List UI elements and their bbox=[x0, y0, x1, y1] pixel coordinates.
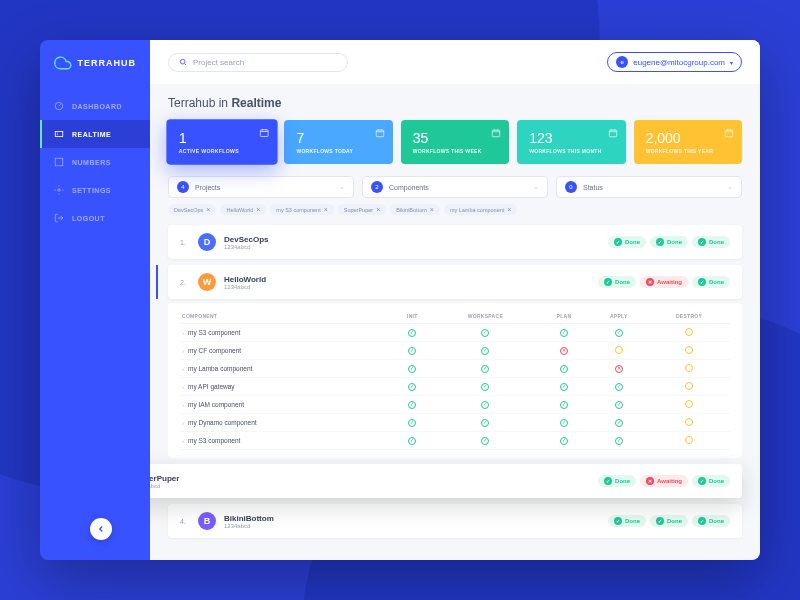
calendar-icon bbox=[375, 128, 385, 138]
status-pill: ✓Done bbox=[608, 515, 646, 527]
status-icon bbox=[408, 329, 416, 337]
table-row[interactable]: ›my Lamba component bbox=[180, 360, 730, 378]
status-icon bbox=[615, 437, 623, 445]
stat-number: 123 bbox=[529, 130, 613, 146]
stat-card[interactable]: 2,000WORKFLOWS THIS YEAR bbox=[634, 120, 742, 164]
sidebar-item-label: DASHBOARD bbox=[72, 103, 122, 110]
component-name: my IAM component bbox=[188, 401, 244, 408]
stat-card[interactable]: 123WORKFLOWS THIS MONTH bbox=[517, 120, 625, 164]
component-name: my API gateway bbox=[188, 383, 235, 390]
chevron-right-icon: › bbox=[182, 438, 184, 444]
table-row[interactable]: ›my CF component bbox=[180, 342, 730, 360]
status-pill: ✓Done bbox=[650, 236, 688, 248]
project-id: 1234abcd bbox=[150, 483, 179, 489]
stat-card[interactable]: 35WORKFLOWS THIS WEEK bbox=[401, 120, 509, 164]
stats-row: 1ACTIVE WORKFLOWS7WORKFLOWS TODAY35WORKF… bbox=[168, 120, 742, 164]
component-table: COMPONENTINITWORKSPACEPLANAPPLYDESTROY›m… bbox=[168, 303, 742, 458]
component-name: my S3 component bbox=[188, 437, 240, 444]
project-list: 1.DDevSecOps1234abcd✓Done✓Done✓Done2.WHe… bbox=[168, 225, 742, 538]
topbar: Project search e eugene@mitocgroup.com ▾ bbox=[150, 40, 760, 84]
chevron-down-icon: ⌄ bbox=[533, 183, 539, 191]
logo: TERRAHUB bbox=[40, 54, 150, 92]
sidebar-item-label: REALTIME bbox=[72, 131, 111, 138]
chevron-right-icon: › bbox=[182, 402, 184, 408]
table-row[interactable]: ›my S3 component bbox=[180, 324, 730, 342]
tags-row: DevSecOpsHelloWorldmy S3 componentSuperP… bbox=[168, 204, 742, 215]
filter-tag[interactable]: my S3 component bbox=[270, 204, 333, 215]
status-icon bbox=[685, 382, 693, 390]
project-id: 1234abcd bbox=[224, 244, 268, 250]
project-row[interactable]: 1.DDevSecOps1234abcd✓Done✓Done✓Done bbox=[168, 225, 742, 259]
page-title: Terrahub in Realtime bbox=[168, 96, 742, 110]
svg-rect-9 bbox=[725, 130, 733, 137]
status-pill: ✓Done bbox=[608, 236, 646, 248]
chevron-down-icon: ⌄ bbox=[727, 183, 733, 191]
project-index: 4. bbox=[180, 518, 190, 525]
filter-tag[interactable]: my Lamba component bbox=[444, 204, 518, 215]
project-name: HelloWorld bbox=[224, 275, 266, 284]
status-pill: ✓Done bbox=[692, 475, 730, 487]
sidebar-item-realtime[interactable]: REALTIME bbox=[40, 120, 150, 148]
filter-tag[interactable]: SuperPuper bbox=[338, 204, 386, 215]
status-icon bbox=[408, 347, 416, 355]
collapse-sidebar-button[interactable] bbox=[90, 518, 112, 540]
logout-icon bbox=[54, 213, 64, 223]
status-icon bbox=[615, 346, 623, 354]
user-email: eugene@mitocgroup.com bbox=[633, 58, 725, 67]
sidebar-item-numbers[interactable]: NUMBERS bbox=[40, 148, 150, 176]
status-icon bbox=[560, 437, 568, 445]
sidebar-item-settings[interactable]: SETTINGS bbox=[40, 176, 150, 204]
filter-dropdown[interactable]: 2Components⌄ bbox=[362, 176, 548, 198]
filter-tag[interactable]: BikiniBottom bbox=[390, 204, 440, 215]
filters-row: 4Projects⌄2Components⌄0Status⌄ bbox=[168, 176, 742, 198]
status-icon bbox=[560, 365, 568, 373]
svg-rect-5 bbox=[261, 130, 269, 137]
project-row[interactable]: 4.BBikiniBottom1234abcd✓Done✓Done✓Done bbox=[168, 504, 742, 538]
table-row[interactable]: ›my Dynamo component bbox=[180, 414, 730, 432]
status-icon bbox=[685, 436, 693, 444]
stat-label: ACTIVE WORKFLOWS bbox=[179, 148, 266, 154]
table-row[interactable]: ›my IAM component bbox=[180, 396, 730, 414]
status-icon bbox=[481, 401, 489, 409]
sidebar-item-dashboard[interactable]: DASHBOARD bbox=[40, 92, 150, 120]
table-header: INIT bbox=[393, 309, 433, 324]
status-icon bbox=[615, 365, 623, 373]
calendar-icon bbox=[491, 128, 501, 138]
project-status-group: ✓Done✓Done✓Done bbox=[608, 236, 730, 248]
app-window: TERRAHUB DASHBOARD REALTIME NUMBERS SETT… bbox=[40, 40, 760, 560]
status-pill: ✓Done bbox=[598, 475, 636, 487]
status-pill: ✓Done bbox=[598, 276, 636, 288]
status-pill: ✓Done bbox=[692, 236, 730, 248]
table-row[interactable]: ›my API gateway bbox=[180, 378, 730, 396]
chevron-right-icon: › bbox=[182, 330, 184, 336]
project-row[interactable]: 3.PSuperPuper1234abcd✓Done✕Awaiting✓Done bbox=[150, 464, 742, 498]
status-icon bbox=[408, 365, 416, 373]
calendar-icon bbox=[259, 128, 269, 138]
svg-point-3 bbox=[58, 189, 61, 192]
filter-dropdown[interactable]: 4Projects⌄ bbox=[168, 176, 354, 198]
table-header: COMPONENT bbox=[180, 309, 393, 324]
sidebar-item-logout[interactable]: LOGOUT bbox=[40, 204, 150, 232]
project-row[interactable]: 2.WHelloWorld1234abcd✓Done✕Awaiting✓Done bbox=[168, 265, 742, 299]
stat-label: WORKFLOWS THIS MONTH bbox=[529, 148, 613, 154]
stat-card[interactable]: 1ACTIVE WORKFLOWS bbox=[166, 119, 278, 164]
user-menu[interactable]: e eugene@mitocgroup.com ▾ bbox=[607, 52, 742, 72]
page-title-bold: Realtime bbox=[231, 96, 281, 110]
status-pill: ✓Done bbox=[692, 515, 730, 527]
status-icon bbox=[560, 401, 568, 409]
sidebar-item-label: NUMBERS bbox=[72, 159, 111, 166]
calendar-icon bbox=[724, 128, 734, 138]
table-row[interactable]: ›my S3 component bbox=[180, 432, 730, 450]
filter-count: 0 bbox=[565, 181, 577, 193]
stat-label: WORKFLOWS THIS WEEK bbox=[413, 148, 497, 154]
component-name: my Dynamo component bbox=[188, 419, 257, 426]
svg-point-4 bbox=[180, 59, 185, 64]
stat-card[interactable]: 7WORKFLOWS TODAY bbox=[284, 120, 392, 164]
filter-tag[interactable]: DevSecOps bbox=[168, 204, 216, 215]
search-input[interactable]: Project search bbox=[168, 53, 348, 72]
filter-dropdown[interactable]: 0Status⌄ bbox=[556, 176, 742, 198]
status-icon bbox=[481, 383, 489, 391]
status-icon bbox=[408, 401, 416, 409]
filter-tag[interactable]: HelloWorld bbox=[220, 204, 266, 215]
status-icon bbox=[615, 419, 623, 427]
